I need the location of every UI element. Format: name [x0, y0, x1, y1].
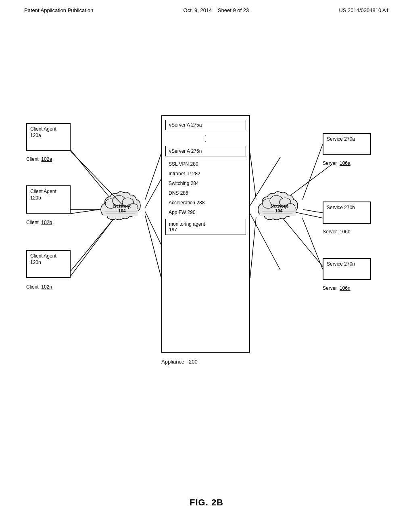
client-agent-b-label: Client Agent	[30, 189, 56, 195]
server-b-ref: 106b	[340, 229, 350, 235]
intranet-item: Intranet IP 282	[165, 169, 246, 179]
dot-sep-1: ··	[162, 133, 249, 144]
monitoring-ref: 197	[169, 227, 177, 233]
client-a-ref: 102a	[41, 156, 52, 162]
network-left-label: Network104	[99, 204, 145, 213]
service-a-box: Service 270a	[323, 133, 371, 155]
figure-label: FIG. 2B	[190, 497, 223, 508]
client-agent-a-box: Client Agent 120a	[26, 123, 71, 151]
client-n-ref: 102n	[41, 284, 52, 290]
network-right-label: Network104'	[256, 204, 302, 213]
switching-item: Switching 284	[165, 179, 246, 188]
appfw-item: App FW 290	[165, 208, 246, 217]
client-agent-a-num: 120a	[30, 133, 41, 139]
appliance-box: vServer A 275a ·· vServer A 275n SSL VPN…	[161, 115, 250, 353]
client-agent-a-label: Client Agent	[30, 126, 56, 133]
acceleration-item: Acceleration 288	[165, 198, 246, 208]
client-agent-n-box: Client Agent 120n	[26, 250, 71, 278]
server-b-label: Server 106b	[323, 229, 350, 235]
header-center: Oct. 9, 2014 Sheet 9 of 23	[184, 7, 249, 13]
ssl-vpn-item: SSL VPN 280	[165, 159, 246, 169]
svg-line-2	[67, 220, 113, 276]
service-a-label: Service 270a	[327, 136, 355, 143]
page-header: Patent Application Publication Oct. 9, 2…	[0, 0, 413, 13]
client-agent-n-num: 120n	[30, 260, 41, 266]
service-b-label: Service 270b	[327, 205, 355, 211]
service-n-label: Service 270n	[327, 261, 355, 268]
server-n-ref: 106n	[340, 285, 350, 291]
server-a-label: Server 106a	[323, 160, 350, 166]
client-n-label: Client 102n	[26, 284, 52, 290]
client-b-ref: 102b	[41, 220, 52, 225]
vserver-a-item: vServer A 275a	[165, 120, 246, 130]
service-n-box: Service 270n	[323, 258, 371, 280]
header-left: Patent Application Publication	[24, 7, 93, 13]
appliance-label: Appliance 200	[161, 359, 198, 365]
network-left-ref: 104	[118, 208, 125, 213]
vserver-n-item: vServer A 275n	[165, 146, 246, 156]
client-a-label: Client 102a	[26, 156, 52, 162]
network-right-cloud: Network104'	[256, 189, 302, 226]
client-agent-b-box: Client Agent 120b	[26, 185, 71, 214]
header-right: US 2014/0304810 A1	[339, 7, 389, 13]
server-a-ref: 106a	[340, 160, 350, 166]
client-agent-b-num: 120b	[30, 195, 41, 202]
dns-item: DNS 286	[165, 188, 246, 198]
appliance-ref: 200	[189, 359, 198, 365]
client-agent-n-label: Client Agent	[30, 253, 56, 260]
network-right-ref: 104'	[275, 208, 284, 213]
server-n-label: Server 106n	[323, 285, 350, 291]
client-b-label: Client 102b	[26, 220, 52, 225]
service-b-box: Service 270b	[323, 202, 371, 224]
network-left-cloud: Network104	[99, 189, 145, 226]
monitoring-item: monitoring agent197	[165, 219, 246, 235]
